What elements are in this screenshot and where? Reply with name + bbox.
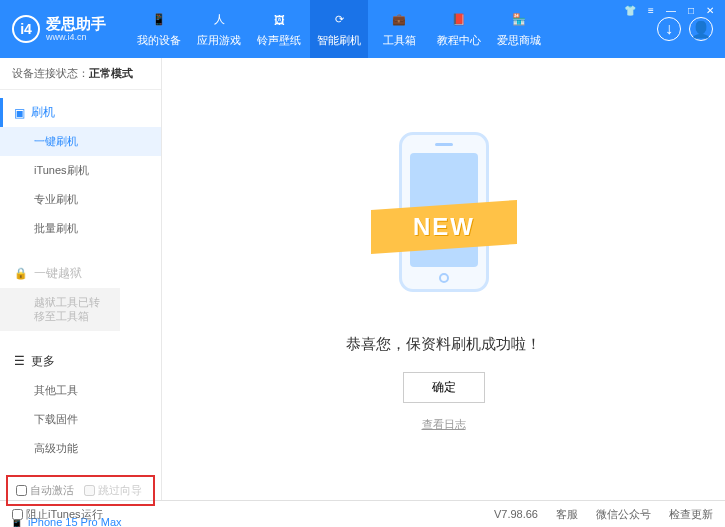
sidebar-item-advanced[interactable]: 高级功能 — [0, 434, 161, 463]
image-icon: 🖼 — [270, 11, 288, 29]
nav-tutorials[interactable]: 📕教程中心 — [430, 0, 488, 58]
success-message: 恭喜您，保资料刷机成功啦！ — [346, 335, 541, 354]
refresh-icon: ⟳ — [330, 11, 348, 29]
device-status: 设备连接状态：正常模式 — [0, 58, 161, 90]
more-icon: ☰ — [14, 354, 25, 368]
options-box: 自动激活 跳过向导 — [6, 475, 155, 506]
maximize-icon[interactable]: □ — [685, 4, 697, 17]
logo-title: 爱思助手 — [46, 16, 106, 33]
minimize-icon[interactable]: — — [663, 4, 679, 17]
nav-store[interactable]: 🏪爱思商城 — [490, 0, 548, 58]
nav-apps-games[interactable]: 人应用游戏 — [190, 0, 248, 58]
logo: i4 爱思助手 www.i4.cn — [12, 15, 106, 43]
status-value: 正常模式 — [89, 67, 133, 79]
version-label: V7.98.66 — [494, 508, 538, 520]
menu-icon[interactable]: ≡ — [645, 4, 657, 17]
book-icon: 📕 — [450, 11, 468, 29]
sidebar-section-flash[interactable]: ▣刷机 — [0, 98, 161, 127]
flash-icon: ▣ — [14, 106, 25, 120]
nav-toolbox[interactable]: 💼工具箱 — [370, 0, 428, 58]
top-nav: 📱我的设备 人应用游戏 🖼铃声壁纸 ⟳智能刷机 💼工具箱 📕教程中心 🏪爱思商城 — [130, 0, 657, 58]
jailbreak-moved-note: 越狱工具已转移至工具箱 — [0, 288, 120, 331]
sidebar-section-jailbreak: 🔒一键越狱 — [0, 259, 161, 288]
main-content: NEW 恭喜您，保资料刷机成功啦！ 确定 查看日志 — [162, 58, 725, 500]
nav-smart-flash[interactable]: ⟳智能刷机 — [310, 0, 368, 58]
apps-icon: 人 — [210, 11, 228, 29]
sidebar-item-oneclick-flash[interactable]: 一键刷机 — [0, 127, 161, 156]
sidebar-item-pro-flash[interactable]: 专业刷机 — [0, 185, 161, 214]
download-icon: ↓ — [665, 20, 673, 38]
sidebar-section-more[interactable]: ☰更多 — [0, 347, 161, 376]
block-itunes-checkbox[interactable]: 阻止iTunes运行 — [12, 507, 103, 522]
close-icon[interactable]: ✕ — [703, 4, 717, 17]
logo-icon: i4 — [12, 15, 40, 43]
footer-update[interactable]: 检查更新 — [669, 507, 713, 522]
user-icon: 👤 — [691, 20, 711, 39]
sidebar-item-itunes-flash[interactable]: iTunes刷机 — [0, 156, 161, 185]
success-illustration: NEW — [379, 127, 509, 317]
footer-wechat[interactable]: 微信公众号 — [596, 507, 651, 522]
header-actions: ↓ 👤 — [657, 17, 713, 41]
sidebar-item-other-tools[interactable]: 其他工具 — [0, 376, 161, 405]
download-button[interactable]: ↓ — [657, 17, 681, 41]
view-log-link[interactable]: 查看日志 — [422, 417, 466, 432]
logo-subtitle: www.i4.cn — [46, 32, 106, 42]
auto-activate-checkbox[interactable]: 自动激活 — [16, 483, 74, 498]
footer-support[interactable]: 客服 — [556, 507, 578, 522]
user-button[interactable]: 👤 — [689, 17, 713, 41]
sidebar: 设备连接状态：正常模式 ▣刷机 一键刷机 iTunes刷机 专业刷机 批量刷机 … — [0, 58, 162, 500]
nav-ringtones[interactable]: 🖼铃声壁纸 — [250, 0, 308, 58]
app-header: 👕 ≡ — □ ✕ i4 爱思助手 www.i4.cn 📱我的设备 人应用游戏 … — [0, 0, 725, 58]
skip-guide-checkbox[interactable]: 跳过向导 — [84, 483, 142, 498]
phone-icon: 📱 — [150, 11, 168, 29]
theme-icon[interactable]: 👕 — [621, 4, 639, 17]
store-icon: 🏪 — [510, 11, 528, 29]
lock-icon: 🔒 — [14, 267, 28, 280]
toolbox-icon: 💼 — [390, 11, 408, 29]
window-controls: 👕 ≡ — □ ✕ — [621, 4, 717, 17]
sidebar-item-download-firmware[interactable]: 下载固件 — [0, 405, 161, 434]
new-badge: NEW — [413, 213, 475, 241]
nav-my-device[interactable]: 📱我的设备 — [130, 0, 188, 58]
ok-button[interactable]: 确定 — [403, 372, 485, 403]
sidebar-item-batch-flash[interactable]: 批量刷机 — [0, 214, 161, 243]
